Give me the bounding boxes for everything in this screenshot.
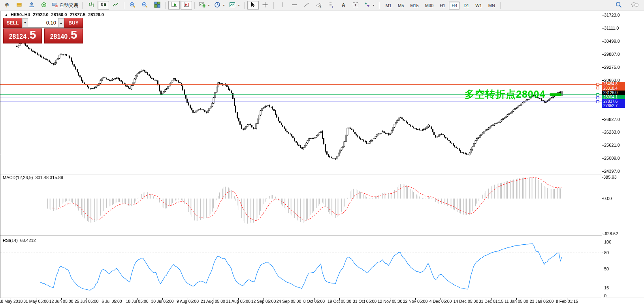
toolbar-separator [194, 2, 195, 9]
zoom-in-button[interactable] [127, 1, 138, 10]
fibonacci-icon: F [328, 2, 334, 9]
market-watch-button[interactable] [26, 1, 37, 10]
channel-icon: E [316, 2, 322, 9]
line-chart-button[interactable] [110, 1, 121, 10]
fibonacci-button[interactable]: F [326, 1, 337, 10]
data-window-icon [41, 2, 47, 9]
price-level-tag: 27652.7 [602, 104, 625, 108]
price-level-tag: 28004.1 [602, 95, 625, 99]
rsi-name: RSI(14) [3, 238, 18, 243]
time-axis-label: 21 Aug 05:00 [201, 299, 225, 304]
horizontal-line-button[interactable] [289, 1, 300, 10]
templates-button[interactable]: ▼ [228, 1, 242, 10]
zoom-out-icon [141, 2, 148, 9]
autotrading-button[interactable]: 自动交易 [50, 1, 80, 10]
timeframe-h4[interactable]: H4 [449, 2, 460, 9]
vertical-line-button[interactable] [277, 1, 288, 10]
channel-button[interactable]: E [313, 1, 325, 10]
timeframe-group: M1M5M15M30H1H4D1W1MN [382, 2, 498, 9]
candlestick-chart-button[interactable] [98, 1, 109, 10]
price-level-tag: 28318.4 [602, 86, 625, 91]
shapes-button[interactable]: ▼ [362, 1, 377, 10]
chart-shift-icon [183, 2, 190, 9]
time-axis-label: 31 May 05:00 [23, 299, 49, 304]
crosshair-button[interactable] [260, 1, 271, 10]
candlestick-icon [100, 2, 107, 9]
quotes-button[interactable] [13, 1, 25, 10]
tile-windows-button[interactable] [151, 1, 163, 10]
sell-button[interactable]: SELL [3, 18, 22, 28]
zoom-out-button[interactable] [139, 1, 151, 10]
buy-button[interactable]: BUY [64, 18, 83, 28]
rsi-axis-tick-label: 0 [604, 293, 606, 298]
trendline-button[interactable] [301, 1, 313, 10]
time-axis-label: 4 Dec 05:00 [429, 299, 452, 304]
toolbar-separator [82, 2, 83, 9]
rsi-axis-tick-label: 80 [604, 250, 609, 255]
search-button[interactable] [613, 1, 624, 10]
timeframe-w1[interactable]: W1 [473, 2, 485, 9]
text-button[interactable]: A [338, 1, 349, 10]
text-label-icon: T [352, 2, 359, 9]
low-value: 27877.5 [70, 12, 85, 17]
timeframe-m30[interactable]: M30 [422, 2, 436, 9]
chart-canvas[interactable] [0, 0, 644, 304]
timeframe-mn[interactable]: MN [486, 2, 498, 9]
high-value: 28150.0 [51, 12, 67, 17]
price-axis-tick-label: 31111.0 [604, 26, 619, 30]
templates-icon [229, 2, 235, 9]
time-axis-label: 8 Feb 01:15 [556, 299, 578, 304]
sell-price-main: 28124 [9, 33, 27, 40]
periods-button[interactable]: ▼ [213, 1, 227, 10]
time-axis-label: 22 Nov 05:00 [403, 299, 427, 304]
bar-chart-button[interactable] [85, 1, 97, 10]
toolbar-separator [124, 2, 124, 9]
time-axis-label: 23 Jan 05:00 [530, 299, 554, 304]
time-axis-label: 24 Sep 05:00 [277, 299, 301, 304]
timeframe-m5[interactable]: M5 [395, 2, 407, 9]
data-window-button[interactable] [38, 1, 49, 10]
collapse-panel-icon[interactable]: ▲ [5, 13, 8, 17]
sell-price[interactable]: 28124 . 5 [3, 28, 42, 43]
toolbar-separator [273, 2, 274, 9]
buy-price[interactable]: 28140 . 5 [44, 28, 83, 43]
time-axis-label: 18 May 2018 [0, 299, 23, 304]
horizontal-line-icon [291, 2, 298, 9]
svg-text:T: T [354, 3, 357, 7]
cursor-icon [250, 2, 256, 9]
timeframe-m15[interactable]: M15 [407, 2, 421, 9]
chart-shift-button[interactable] [181, 1, 192, 10]
indicators-button[interactable]: ▼ [198, 1, 212, 10]
chat-button[interactable] [629, 1, 640, 10]
price-level-tag: 28484.8 [602, 82, 625, 86]
chevron-down-icon: ▼ [207, 4, 210, 7]
auto-scroll-button[interactable] [168, 1, 180, 10]
volume-increase-button[interactable]: ▲ [58, 18, 64, 27]
price-axis-tick-label: 29275.0 [604, 65, 620, 70]
chart-annotation-text[interactable]: 多空转折点28004 [465, 88, 546, 101]
chart-ohlc-title: ▲ HK50-,H4 27922.0 28150.0 27877.5 28126… [5, 12, 104, 17]
time-axis-label: 19 Oct 05:00 [328, 299, 351, 304]
cursor-button[interactable] [247, 1, 259, 10]
vertical-line-icon [279, 2, 285, 9]
trendline-icon [303, 2, 310, 9]
time-axis-label: 12 Jun 05:00 [49, 299, 73, 304]
toolbar-button-label: 单 [5, 2, 9, 9]
timeframe-h1[interactable]: H1 [437, 2, 448, 9]
time-axis-label: 11 Jan 05:00 [505, 299, 528, 304]
auto-scroll-icon [171, 2, 177, 9]
volume-decrease-button[interactable]: ▼ [22, 18, 28, 27]
time-axis-label: 31 Aug 05:00 [226, 299, 250, 304]
volume-input[interactable] [28, 18, 58, 27]
timeframe-d1[interactable]: D1 [461, 2, 472, 9]
text-label-button[interactable]: T [350, 1, 362, 10]
time-axis-label: 8 Oct 05:00 [303, 299, 325, 304]
price-axis-tick-label: 30499.0 [604, 39, 620, 43]
price-axis-tick-label: 24397.0 [604, 169, 620, 174]
toolbar: 单自动交易▼▼▼EFAT▼M1M5M15M30H1H4D1W1MN [0, 0, 644, 11]
mt4-window: { "window": {"width": 1630, "height": 76… [0, 0, 644, 304]
macd-axis-tick-label: 385.93 [603, 175, 617, 179]
timeframe-m1[interactable]: M1 [383, 2, 394, 9]
bar-chart-icon [88, 2, 94, 9]
new-order-button[interactable]: 单 [1, 1, 13, 10]
